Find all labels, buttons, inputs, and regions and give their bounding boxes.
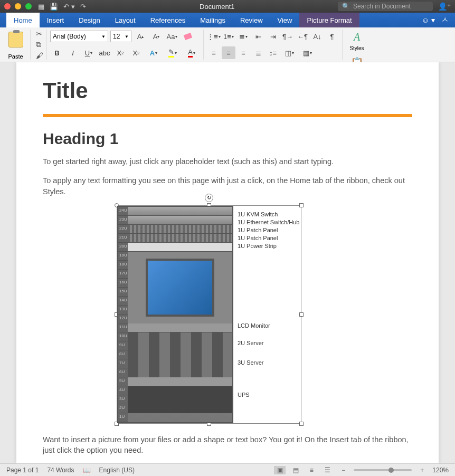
redo-icon[interactable]: ↷ bbox=[80, 3, 86, 11]
smiley-icon[interactable]: ☺ ▾ bbox=[422, 16, 435, 24]
paste-button[interactable]: Paste bbox=[8, 53, 23, 60]
spellcheck-icon[interactable]: 📖 bbox=[83, 467, 91, 474]
underline-button[interactable]: U▾ bbox=[82, 46, 96, 59]
align-left-icon[interactable]: ≡ bbox=[207, 46, 221, 59]
tab-layout[interactable]: Layout bbox=[108, 13, 143, 27]
collapse-ribbon-icon[interactable]: ㅅ bbox=[441, 15, 449, 25]
doc-paragraph-2[interactable]: To apply any text formatting you see on … bbox=[43, 175, 412, 197]
tab-mailings[interactable]: Mailings bbox=[193, 13, 233, 27]
styles-group: A Styles 📋 Styles Pane bbox=[346, 30, 371, 60]
share-icon[interactable]: 👤⁺ bbox=[438, 2, 451, 11]
shrink-font-icon[interactable]: A▾ bbox=[149, 30, 163, 43]
resize-handle-br[interactable] bbox=[299, 422, 304, 426]
ribbon-tabs: Home Insert Design Layout References Mai… bbox=[0, 13, 455, 27]
tab-references[interactable]: References bbox=[143, 13, 193, 27]
tab-review[interactable]: Review bbox=[233, 13, 270, 27]
print-layout-icon[interactable]: ▣ bbox=[274, 466, 286, 474]
line-spacing-icon[interactable]: ↕≡ bbox=[266, 46, 280, 59]
rack-rail: 24U23U22U21U20U19U18U17U16U15U14U13U12U1… bbox=[118, 207, 128, 422]
search-input[interactable]: 🔍 Search in Document bbox=[338, 2, 433, 11]
rotate-handle-icon[interactable]: ↻ bbox=[205, 194, 213, 202]
autosave-icon[interactable]: ▦ bbox=[38, 3, 44, 11]
page-count[interactable]: Page 1 of 1 bbox=[6, 467, 39, 474]
resize-handle-mr[interactable] bbox=[299, 312, 304, 317]
zoom-out-icon[interactable]: − bbox=[342, 467, 345, 474]
rack-labels: 1U KVM Switch 1U Ethernet Switch/Hub 1U … bbox=[233, 206, 299, 423]
ribbon-toolbar: Paste ✂ ⧉ 🖌 Arial (Body)▼ 12▼ A▴ A▾ Aa▾ … bbox=[0, 27, 455, 62]
zoom-slider[interactable] bbox=[354, 469, 412, 471]
rack-gap-2 bbox=[128, 377, 232, 386]
rack-2u-server bbox=[128, 332, 232, 350]
document-title: Document1 bbox=[97, 3, 338, 11]
strikethrough-button[interactable]: abc bbox=[98, 46, 111, 59]
zoom-in-icon[interactable]: + bbox=[420, 467, 424, 474]
rtl-icon[interactable]: ←¶ bbox=[296, 30, 309, 43]
borders-icon[interactable]: ▦▾ bbox=[299, 46, 316, 59]
subscript-button[interactable]: X2 bbox=[113, 46, 127, 59]
align-right-icon[interactable]: ≡ bbox=[236, 46, 250, 59]
bold-button[interactable]: B bbox=[50, 46, 64, 59]
font-family-select[interactable]: Arial (Body)▼ bbox=[50, 31, 108, 42]
tab-insert[interactable]: Insert bbox=[40, 13, 72, 27]
search-placeholder: Search in Document bbox=[353, 3, 411, 10]
text-effects-icon[interactable]: A▾ bbox=[145, 46, 162, 59]
language[interactable]: English (US) bbox=[99, 467, 135, 474]
shading-icon[interactable]: ◫▾ bbox=[281, 46, 298, 59]
zoom-thumb[interactable] bbox=[388, 468, 394, 473]
change-case-icon[interactable]: Aa▾ bbox=[165, 30, 179, 43]
web-layout-icon[interactable]: ▤ bbox=[290, 466, 301, 474]
rack-diagram: 24U23U22U21U20U19U18U17U16U15U14U13U12U1… bbox=[117, 206, 301, 423]
document-canvas[interactable]: Title Heading 1 To get started right awa… bbox=[0, 62, 455, 463]
doc-paragraph-1[interactable]: To get started right away, just click an… bbox=[43, 156, 412, 167]
copy-icon[interactable]: ⧉ bbox=[36, 40, 43, 49]
styles-button[interactable]: A Styles bbox=[346, 30, 368, 51]
statusbar: Page 1 of 1 74 Words 📖 English (US) ▣ ▤ … bbox=[0, 463, 455, 476]
grow-font-icon[interactable]: A▴ bbox=[134, 30, 147, 43]
align-center-icon[interactable]: ≡ bbox=[222, 46, 235, 59]
close-window-icon[interactable] bbox=[4, 3, 11, 9]
clear-format-icon[interactable] bbox=[181, 30, 195, 43]
tab-picture-format[interactable]: Picture Format bbox=[299, 13, 359, 27]
increase-indent-icon[interactable]: ⇥ bbox=[266, 30, 280, 43]
multilevel-list-icon[interactable]: ≣▾ bbox=[236, 30, 250, 43]
font-size-select[interactable]: 12▼ bbox=[110, 31, 131, 42]
rack-gap bbox=[128, 323, 232, 332]
outline-icon[interactable]: ≡ bbox=[306, 466, 317, 474]
draft-icon[interactable]: ☰ bbox=[321, 466, 333, 474]
justify-icon[interactable]: ≣ bbox=[251, 46, 265, 59]
highlight-icon[interactable]: ✎▾ bbox=[164, 46, 181, 59]
ltr-icon[interactable]: ¶→ bbox=[281, 30, 295, 43]
italic-button[interactable]: I bbox=[66, 46, 80, 59]
doc-heading1[interactable]: Heading 1 bbox=[43, 130, 412, 148]
clipboard-extra: ✂ ⧉ 🖌 bbox=[34, 30, 43, 60]
tab-view[interactable]: View bbox=[270, 13, 300, 27]
tab-home[interactable]: Home bbox=[6, 13, 40, 27]
word-count[interactable]: 74 Words bbox=[47, 467, 74, 474]
minimize-window-icon[interactable] bbox=[15, 3, 21, 9]
tab-design[interactable]: Design bbox=[71, 13, 107, 27]
decrease-indent-icon[interactable]: ⇤ bbox=[251, 30, 265, 43]
sort-icon[interactable]: A↓ bbox=[310, 30, 324, 43]
doc-paragraph-3[interactable]: Want to insert a picture from your files… bbox=[43, 434, 412, 456]
doc-title[interactable]: Title bbox=[43, 78, 412, 103]
format-painter-icon[interactable]: 🖌 bbox=[36, 51, 43, 60]
rack-eth bbox=[128, 216, 232, 225]
resize-handle-tr[interactable] bbox=[299, 203, 304, 207]
inserted-image[interactable]: ↻ 24U23U22U21U20U19U18U17U16U15U14U13U12… bbox=[117, 205, 301, 424]
save-icon[interactable]: 💾 bbox=[50, 3, 58, 11]
undo-icon[interactable]: ↶ ▾ bbox=[63, 3, 75, 11]
paste-icon[interactable] bbox=[8, 32, 23, 47]
font-color-icon[interactable]: A▾ bbox=[183, 46, 200, 59]
cut-icon[interactable]: ✂ bbox=[36, 30, 43, 38]
bullets-icon[interactable]: ⋮≡▾ bbox=[207, 30, 221, 43]
show-marks-icon[interactable]: ¶ bbox=[325, 30, 339, 43]
label-power: 1U Power Strip bbox=[238, 243, 299, 249]
label-3u: 3U Server bbox=[238, 360, 299, 366]
maximize-window-icon[interactable] bbox=[25, 3, 32, 9]
rack-patch-2 bbox=[128, 234, 232, 243]
superscript-button[interactable]: X2 bbox=[129, 46, 143, 59]
titlebar: ▦ 💾 ↶ ▾ ↷ Document1 🔍 Search in Document… bbox=[0, 0, 455, 13]
numbering-icon[interactable]: 1≡▾ bbox=[222, 30, 235, 43]
styles-label: Styles bbox=[349, 45, 364, 51]
zoom-value[interactable]: 120% bbox=[432, 467, 449, 474]
